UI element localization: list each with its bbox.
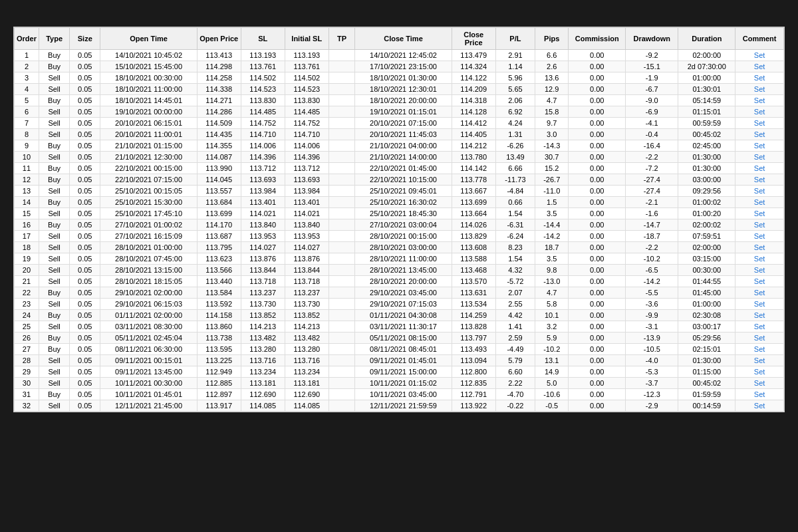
cell-col-1: Sell — [39, 129, 69, 140]
set-button[interactable]: Set — [735, 174, 784, 186]
cell-col-10: 6.60 — [495, 366, 535, 378]
set-button[interactable]: Set — [735, 332, 784, 344]
cell-col-2: 0.05 — [70, 287, 100, 299]
cell-col-6: 114.523 — [285, 84, 329, 95]
cell-col-8: 20/10/2021 11:45:03 — [355, 129, 452, 140]
cell-col-5: 113.984 — [241, 186, 285, 197]
set-button[interactable]: Set — [735, 276, 784, 287]
cell-col-14: 01:00:02 — [678, 197, 735, 208]
header-sl: SL — [241, 28, 285, 50]
cell-col-5: 114.523 — [241, 84, 285, 95]
set-button[interactable]: Set — [735, 50, 784, 61]
cell-col-10: 1.41 — [495, 321, 535, 332]
cell-col-14: 00:14:59 — [678, 400, 735, 412]
table-row: 15Sell0.0525/10/2021 17:45:10113.699114.… — [15, 208, 784, 219]
set-button[interactable]: Set — [735, 231, 784, 242]
cell-col-0: 32 — [15, 400, 39, 412]
cell-col-7 — [329, 84, 355, 95]
set-button[interactable]: Set — [735, 61, 784, 72]
set-button[interactable]: Set — [735, 355, 784, 366]
header-type: Type — [39, 28, 69, 50]
set-button[interactable]: Set — [735, 321, 784, 332]
cell-col-11: 1.5 — [535, 197, 569, 208]
cell-col-7 — [329, 118, 355, 129]
cell-col-10: 5.65 — [495, 84, 535, 95]
cell-col-2: 0.05 — [70, 163, 100, 174]
cell-col-5: 113.237 — [241, 287, 285, 299]
cell-col-12: 0.00 — [569, 186, 626, 197]
set-button[interactable]: Set — [735, 84, 784, 95]
cell-col-13: -14.2 — [626, 276, 678, 287]
cell-col-11: 18.7 — [535, 242, 569, 253]
cell-col-1: Sell — [39, 152, 69, 163]
set-button[interactable]: Set — [735, 287, 784, 299]
set-button[interactable]: Set — [735, 265, 784, 276]
cell-col-7 — [329, 186, 355, 197]
cell-col-2: 0.05 — [70, 265, 100, 276]
cell-col-9: 113.778 — [452, 174, 495, 186]
cell-col-14: 01:15:01 — [678, 106, 735, 118]
set-button[interactable]: Set — [735, 253, 784, 265]
set-button[interactable]: Set — [735, 106, 784, 118]
set-button[interactable]: Set — [735, 95, 784, 106]
set-button[interactable]: Set — [735, 344, 784, 355]
set-button[interactable]: Set — [735, 389, 784, 400]
header-commission: Commission — [569, 28, 626, 50]
set-button[interactable]: Set — [735, 72, 784, 84]
set-button[interactable]: Set — [735, 299, 784, 310]
set-button[interactable]: Set — [735, 197, 784, 208]
cell-col-6: 113.830 — [285, 95, 329, 106]
cell-col-4: 112.949 — [197, 366, 241, 378]
cell-col-11: -10.6 — [535, 389, 569, 400]
cell-col-14: 01:30:00 — [678, 163, 735, 174]
cell-col-1: Sell — [39, 84, 69, 95]
cell-col-13: -27.4 — [626, 186, 678, 197]
cell-col-0: 25 — [15, 321, 39, 332]
cell-col-1: Sell — [39, 400, 69, 412]
cell-col-3: 25/10/2021 15:30:00 — [100, 197, 197, 208]
cell-col-7 — [329, 310, 355, 321]
set-button[interactable]: Set — [735, 378, 784, 389]
cell-col-12: 0.00 — [569, 72, 626, 84]
set-button[interactable]: Set — [735, 129, 784, 140]
cell-col-12: 0.00 — [569, 174, 626, 186]
cell-col-1: Buy — [39, 50, 69, 61]
cell-col-13: -27.4 — [626, 174, 678, 186]
header-pl: P/L — [495, 28, 535, 50]
cell-col-2: 0.05 — [70, 129, 100, 140]
set-button[interactable]: Set — [735, 186, 784, 197]
set-button[interactable]: Set — [735, 208, 784, 219]
cell-col-5: 114.396 — [241, 152, 285, 163]
set-button[interactable]: Set — [735, 140, 784, 152]
table-row: 18Sell0.0528/10/2021 01:00:00113.795114.… — [15, 242, 784, 253]
set-button[interactable]: Set — [735, 219, 784, 231]
cell-col-2: 0.05 — [70, 400, 100, 412]
cell-col-4: 113.440 — [197, 276, 241, 287]
set-button[interactable]: Set — [735, 310, 784, 321]
cell-col-1: Buy — [39, 163, 69, 174]
cell-col-1: Buy — [39, 310, 69, 321]
cell-col-2: 0.05 — [70, 197, 100, 208]
cell-col-13: -2.9 — [626, 400, 678, 412]
header-order: Order — [15, 28, 39, 50]
cell-col-0: 5 — [15, 95, 39, 106]
cell-col-12: 0.00 — [569, 310, 626, 321]
set-button[interactable]: Set — [735, 118, 784, 129]
set-button[interactable]: Set — [735, 242, 784, 253]
cell-col-12: 0.00 — [569, 253, 626, 265]
cell-col-12: 0.00 — [569, 50, 626, 61]
set-button[interactable]: Set — [735, 366, 784, 378]
cell-col-9: 113.534 — [452, 299, 495, 310]
cell-col-10: -11.73 — [495, 174, 535, 186]
set-button[interactable]: Set — [735, 152, 784, 163]
table-row: 28Sell0.0509/11/2021 00:15:01113.225113.… — [15, 355, 784, 366]
cell-col-0: 17 — [15, 231, 39, 242]
cell-col-11: 4.7 — [535, 287, 569, 299]
set-button[interactable]: Set — [735, 400, 784, 412]
cell-col-13: -7.2 — [626, 163, 678, 174]
cell-col-12: 0.00 — [569, 118, 626, 129]
cell-col-4: 114.045 — [197, 174, 241, 186]
set-button[interactable]: Set — [735, 163, 784, 174]
cell-col-3: 10/11/2021 00:30:00 — [100, 378, 197, 389]
cell-col-1: Sell — [39, 378, 69, 389]
